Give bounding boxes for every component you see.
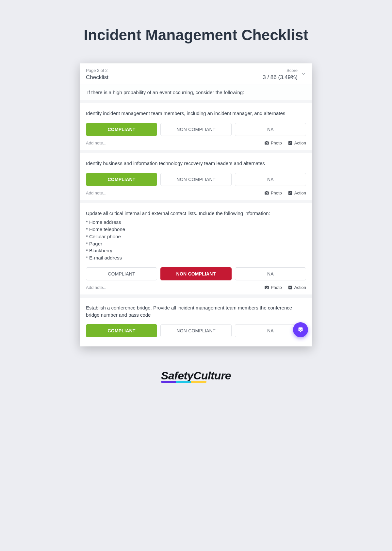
checklist-item: Identify incident management team member…: [80, 100, 312, 150]
checklist-item: Identify business and information techno…: [80, 150, 312, 200]
item-question-list-line: * Pager: [86, 240, 306, 247]
choice-row: COMPLIANTNON COMPLIANTNA: [86, 324, 306, 337]
na-button[interactable]: NA: [235, 123, 306, 136]
brand-logo: SafetyCulture: [0, 369, 392, 382]
item-question-list-line: * Cellular phone: [86, 233, 306, 240]
action-button[interactable]: Action: [288, 141, 306, 145]
add-note-button[interactable]: Add note...: [86, 285, 106, 290]
na-button[interactable]: NA: [235, 173, 306, 186]
action-button[interactable]: Action: [288, 191, 306, 195]
item-question: Update all critical internal and externa…: [86, 210, 306, 261]
choice-row: COMPLIANTNON COMPLIANTNA: [86, 267, 306, 280]
item-question-list-line: * Home telephone: [86, 226, 306, 233]
non-compliant-button[interactable]: NON COMPLIANT: [160, 123, 232, 136]
compliant-button[interactable]: COMPLIANT: [86, 324, 157, 337]
checklist-item: Update all critical internal and externa…: [80, 200, 312, 294]
photo-label: Photo: [271, 141, 282, 145]
add-note-button[interactable]: Add note...: [86, 191, 106, 195]
photo-label: Photo: [271, 191, 282, 195]
photo-button[interactable]: Photo: [264, 191, 282, 195]
card-header: Page 2 of 2 Checklist Score 3 / 86 (3.49…: [80, 63, 312, 85]
action-label: Action: [294, 191, 306, 195]
photo-label: Photo: [271, 285, 282, 290]
item-meta-row: Add note...PhotoAction: [86, 191, 306, 195]
item-question: Identify business and information techno…: [86, 160, 306, 167]
chevron-down-icon[interactable]: [301, 71, 306, 78]
choice-row: COMPLIANTNON COMPLIANTNA: [86, 173, 306, 186]
item-question: Establish a conference bridge. Provide a…: [86, 304, 306, 319]
non-compliant-button[interactable]: NON COMPLIANT: [160, 173, 232, 186]
page-title: Incident Management Checklist: [0, 0, 392, 44]
action-button[interactable]: Action: [288, 285, 306, 290]
compliant-button[interactable]: COMPLIANT: [86, 173, 157, 186]
compliant-button[interactable]: COMPLIANT: [86, 267, 157, 280]
page-indicator: Page 2 of 2: [86, 68, 108, 73]
chat-fab[interactable]: [293, 322, 308, 337]
item-question-list-line: * Home address: [86, 219, 306, 226]
score-label: Score: [263, 68, 298, 73]
non-compliant-button[interactable]: NON COMPLIANT: [160, 267, 232, 280]
photo-button[interactable]: Photo: [264, 285, 282, 290]
score-value: 3 / 86 (3.49%): [263, 74, 298, 81]
na-button[interactable]: NA: [235, 267, 306, 280]
item-meta-row: Add note...PhotoAction: [86, 141, 306, 145]
checklist-card: Page 2 of 2 Checklist Score 3 / 86 (3.49…: [80, 63, 312, 346]
action-label: Action: [294, 141, 306, 145]
intro-text: If there is a high probability of an eve…: [80, 85, 312, 100]
photo-button[interactable]: Photo: [264, 141, 282, 145]
checklist-item: Establish a conference bridge. Provide a…: [80, 294, 312, 347]
item-meta-row: Add note...PhotoAction: [86, 285, 306, 290]
item-question: Identify incident management team member…: [86, 110, 306, 117]
non-compliant-button[interactable]: NON COMPLIANT: [160, 324, 232, 337]
compliant-button[interactable]: COMPLIANT: [86, 123, 157, 136]
item-question-list-line: * E-mail address: [86, 254, 306, 261]
choice-row: COMPLIANTNON COMPLIANTNA: [86, 123, 306, 136]
add-note-button[interactable]: Add note...: [86, 141, 106, 145]
item-question-list-line: * Blackberry: [86, 247, 306, 254]
action-label: Action: [294, 285, 306, 290]
section-name: Checklist: [86, 74, 108, 81]
